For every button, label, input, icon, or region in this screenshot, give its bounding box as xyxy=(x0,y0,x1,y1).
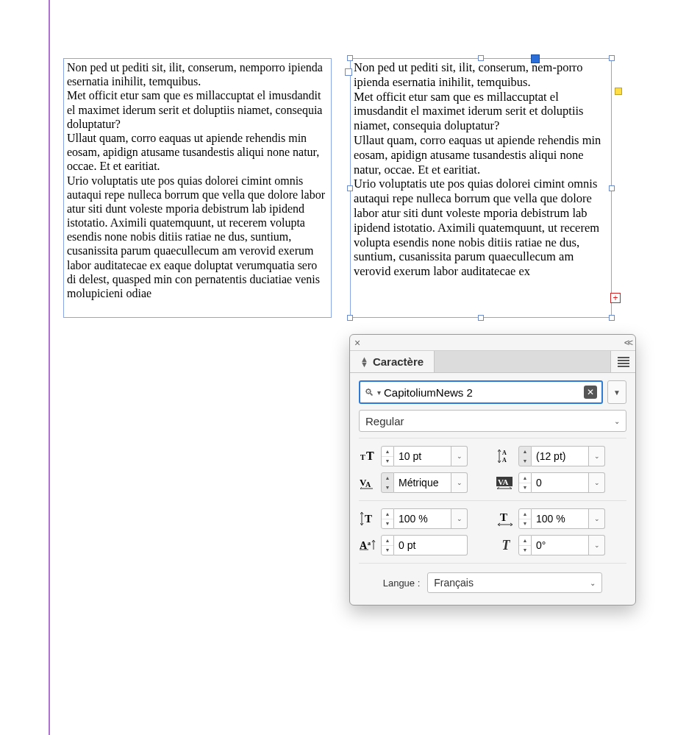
horizontal-scale-icon: T xyxy=(496,509,515,528)
svg-text:A: A xyxy=(502,457,507,464)
font-size-control: TT ▲▼ ⌄ xyxy=(359,446,489,466)
leading-icon: AA xyxy=(496,447,515,466)
vertical-scale-icon: T xyxy=(359,509,378,528)
font-family-input[interactable] xyxy=(384,386,584,399)
language-select[interactable]: Français ⌄ xyxy=(427,572,602,593)
horizontal-scale-control: T ▲▼ ⌄ xyxy=(496,508,626,529)
reference-point-indicator[interactable] xyxy=(531,54,540,63)
svg-text:A: A xyxy=(502,450,507,456)
panel-tabs: ▲▼ Caractère xyxy=(350,351,635,373)
text-out-port-overset[interactable]: + xyxy=(610,293,621,303)
tab-character[interactable]: ▲▼ Caractère xyxy=(350,351,435,372)
handle-top-middle[interactable] xyxy=(478,55,484,61)
font-style-value: Regular xyxy=(365,415,404,427)
vertical-scale-control: T ▲▼ ⌄ xyxy=(359,508,489,529)
handle-bottom-left[interactable] xyxy=(347,315,353,321)
vscale-input[interactable] xyxy=(394,508,451,529)
panel-menu-button[interactable] xyxy=(610,351,635,372)
font-size-dropdown[interactable]: ⌄ xyxy=(451,446,468,466)
leading-dropdown[interactable]: ⌄ xyxy=(589,446,605,466)
hscale-dropdown[interactable]: ⌄ xyxy=(589,508,605,529)
kerning-icon: VA xyxy=(359,473,378,492)
leading-spinner[interactable]: ▲▼ xyxy=(518,446,532,466)
filter-chevron-icon[interactable]: ▾ xyxy=(377,388,381,397)
handle-top-left[interactable] xyxy=(347,55,353,61)
baseline-input[interactable] xyxy=(394,535,468,555)
svg-text:VA: VA xyxy=(498,477,509,486)
kerning-spinner[interactable]: ▲▼ xyxy=(381,472,394,493)
collapse-icon[interactable]: << xyxy=(624,337,631,348)
close-icon[interactable]: × xyxy=(354,337,360,349)
leading-control: AA ▲▼ ⌄ xyxy=(496,446,626,466)
baseline-shift-control: Aa ▲▼ xyxy=(359,535,489,555)
tracking-control: VA ▲▼ ⌄ xyxy=(496,472,626,493)
handle-bottom-right[interactable] xyxy=(609,315,615,321)
tracking-spinner[interactable]: ▲▼ xyxy=(518,472,532,493)
vscale-spinner[interactable]: ▲▼ xyxy=(381,508,394,529)
cycle-icon: ▲▼ xyxy=(360,357,368,367)
svg-text:T: T xyxy=(500,511,507,523)
margin-guide xyxy=(49,0,50,735)
font-size-icon: TT xyxy=(359,447,378,466)
handle-bottom-middle[interactable] xyxy=(478,315,484,321)
svg-text:A: A xyxy=(365,480,371,489)
content-grabber-indicator[interactable] xyxy=(615,88,622,95)
font-style-select[interactable]: Regular ⌄ xyxy=(359,410,626,432)
language-value: Français xyxy=(434,577,474,589)
panel-body: 🔍︎ ▾ ✕ ▼ Regular ⌄ TT ▲▼ ⌄ xyxy=(350,373,635,605)
vscale-dropdown[interactable]: ⌄ xyxy=(451,508,468,529)
text-frame-right-selected[interactable]: Non ped ut pediti sit, ilit, conserum, n… xyxy=(350,58,612,318)
svg-text:T: T xyxy=(366,450,374,462)
svg-text:T: T xyxy=(360,453,365,461)
text-in-port[interactable] xyxy=(345,68,352,76)
baseline-spinner[interactable]: ▲▼ xyxy=(381,535,394,555)
tab-label: Caractère xyxy=(373,355,424,368)
tracking-dropdown[interactable]: ⌄ xyxy=(589,472,605,493)
kerning-control: VA ▲▼ ⌄ xyxy=(359,472,489,493)
tracking-input[interactable] xyxy=(532,472,589,493)
tracking-icon: VA xyxy=(496,473,515,492)
leading-input[interactable] xyxy=(532,446,589,466)
svg-text:T: T xyxy=(365,513,372,525)
skew-input[interactable] xyxy=(532,535,589,555)
language-label: Langue : xyxy=(383,578,421,589)
panel-titlebar[interactable]: × << xyxy=(350,335,635,351)
menu-icon xyxy=(618,355,629,369)
handle-middle-right[interactable] xyxy=(609,185,615,191)
handle-top-right[interactable] xyxy=(609,55,615,61)
text-content-right: Non ped ut pediti sit, ilit, conserum, n… xyxy=(354,60,608,279)
font-family-dropdown[interactable]: ▼ xyxy=(607,380,626,404)
text-content-left: Non ped ut pediti sit, ilit, conserum, n… xyxy=(67,60,328,300)
text-frame-left[interactable]: Non ped ut pediti sit, ilit, conserum, n… xyxy=(63,58,332,318)
character-panel: × << ▲▼ Caractère 🔍︎ ▾ ✕ ▼ Regular ⌄ xyxy=(349,334,636,606)
skew-spinner[interactable]: ▲▼ xyxy=(518,535,532,555)
chevron-down-icon: ⌄ xyxy=(590,579,596,587)
skew-control: T ▲▼ ⌄ xyxy=(496,535,626,555)
handle-middle-left[interactable] xyxy=(347,185,353,191)
svg-text:a: a xyxy=(368,540,371,547)
search-icon: 🔍︎ xyxy=(365,387,374,398)
chevron-down-icon: ⌄ xyxy=(614,417,620,425)
baseline-shift-icon: Aa xyxy=(359,536,378,555)
kerning-input[interactable] xyxy=(394,472,451,493)
hscale-input[interactable] xyxy=(532,508,589,529)
skew-dropdown[interactable]: ⌄ xyxy=(589,535,605,555)
skew-icon: T xyxy=(496,536,515,555)
font-size-spinner[interactable]: ▲▼ xyxy=(381,446,394,466)
hscale-spinner[interactable]: ▲▼ xyxy=(518,508,532,529)
font-size-input[interactable] xyxy=(394,446,451,466)
font-family-field[interactable]: 🔍︎ ▾ ✕ xyxy=(359,380,603,404)
kerning-dropdown[interactable]: ⌄ xyxy=(451,472,468,493)
clear-icon[interactable]: ✕ xyxy=(584,386,597,399)
